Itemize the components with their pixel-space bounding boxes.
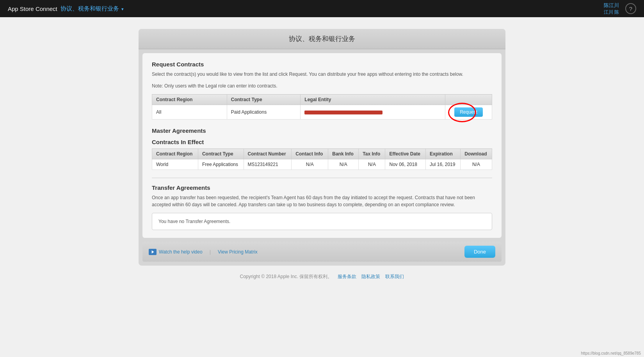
terms-link[interactable]: 服务条款 — [338, 274, 356, 279]
watch-video-link[interactable]: Watch the help video — [159, 249, 203, 255]
request-cell-wrap: Request — [454, 107, 483, 117]
transfer-agreements-desc: Once an app transfer has been requested,… — [152, 194, 492, 208]
request-contracts-desc2: Note: Only users with the Legal role can… — [152, 82, 492, 89]
privacy-link[interactable]: 隐私政策 — [361, 274, 380, 279]
help-button[interactable]: ? — [625, 3, 636, 14]
effect-header-effective: Effective Date — [385, 149, 426, 159]
page-footer: Copyright © 2018 Apple Inc. 保留所有权利。 服务条款… — [232, 266, 412, 288]
request-table-row: All Paid Applications Request — [152, 105, 492, 120]
transfer-empty-msg: You have no Transfer Agreements. — [158, 219, 230, 224]
top-navigation: App Store Connect 协议、税务和银行业务 ▾ 陈江川 江川 陈 … — [0, 0, 644, 17]
redacted-entity — [304, 111, 382, 114]
done-button[interactable]: Done — [464, 246, 495, 258]
transfer-agreements-section: Transfer Agreements Once an app transfer… — [152, 184, 492, 230]
effect-row-bank: N/A — [328, 159, 359, 170]
header-legal-entity: Legal Entity — [301, 95, 445, 105]
effect-header-expiration: Expiration — [426, 149, 461, 159]
footer-bar: Watch the help video | View Pricing Matr… — [142, 242, 502, 262]
effect-row-download: N/A — [461, 159, 492, 170]
effect-header-bank: Bank Info — [328, 149, 359, 159]
master-agreements-section: Master Agreements — [152, 127, 492, 134]
request-button[interactable]: Request — [454, 107, 483, 117]
effect-header-contact: Contact Info — [292, 149, 328, 159]
copyright-text: Copyright © 2018 Apple Inc. 保留所有权利。 — [240, 274, 333, 279]
nav-left: App Store Connect 协议、税务和银行业务 ▾ — [8, 5, 124, 12]
effect-row-type: Free Applications — [198, 159, 244, 170]
transfer-empty-box: You have no Transfer Agreements. — [152, 213, 492, 230]
video-icon — [149, 249, 157, 255]
main-panel: 协议、税务和银行业务 Request Contracts Select the … — [139, 29, 505, 266]
transfer-agreements-title: Transfer Agreements — [152, 184, 492, 191]
header-contract-region: Contract Region — [152, 95, 227, 105]
app-name: App Store Connect — [8, 5, 57, 12]
request-contracts-section: Request Contracts Select the contract(s)… — [152, 61, 492, 120]
footer-bar-left: Watch the help video | View Pricing Matr… — [149, 249, 258, 255]
request-contracts-title: Request Contracts — [152, 61, 492, 68]
contracts-in-effect-section: Contracts In Effect Contract Region Cont… — [152, 139, 492, 170]
effect-row-expiration: Jul 16, 2019 — [426, 159, 461, 170]
effect-header-download: Download — [461, 149, 492, 159]
request-contracts-desc1: Select the contract(s) you would like to… — [152, 71, 492, 78]
effect-table-row: World Free Applications MS123149221 N/A … — [152, 159, 492, 170]
panel-content: Request Contracts Select the contract(s)… — [142, 53, 502, 238]
effect-header-region: Contract Region — [152, 149, 198, 159]
contact-link[interactable]: 联系我们 — [385, 274, 404, 279]
header-contract-type: Contract Type — [227, 95, 301, 105]
page-wrapper: 协议、税务和银行业务 Request Contracts Select the … — [0, 17, 644, 296]
effect-row-tax: N/A — [359, 159, 385, 170]
panel-title: 协议、税务和银行业务 — [139, 29, 505, 49]
url-hint: https://blog.csdn.net/qq_8589e785 — [581, 351, 641, 355]
req-row-action: Request — [445, 105, 492, 120]
contracts-in-effect-title: Contracts In Effect — [152, 139, 492, 145]
request-table-header-row: Contract Region Contract Type Legal Enti… — [152, 95, 492, 105]
req-row-region: All — [152, 105, 227, 120]
request-contracts-table: Contract Region Contract Type Legal Enti… — [152, 94, 492, 120]
req-row-type: Paid Applications — [227, 105, 301, 120]
nav-right: 陈江川 江川 陈 ? — [604, 2, 636, 16]
effect-row-number: MS123149221 — [244, 159, 292, 170]
effect-row-contact: N/A — [292, 159, 328, 170]
contracts-in-effect-table: Contract Region Contract Type Contract N… — [152, 148, 492, 170]
separator — [152, 178, 492, 178]
nav-menu[interactable]: 协议、税务和银行业务 ▾ — [60, 5, 124, 12]
header-action — [445, 95, 492, 105]
view-pricing-link[interactable]: View Pricing Matrix — [218, 249, 258, 255]
master-agreements-title: Master Agreements — [152, 127, 492, 134]
effect-row-region: World — [152, 159, 198, 170]
req-row-entity — [301, 105, 445, 120]
effect-header-type: Contract Type — [198, 149, 244, 159]
effect-row-effective-date: Nov 06, 2018 — [385, 159, 426, 170]
chevron-down-icon: ▾ — [121, 7, 124, 11]
user-name: 陈江川 江川 陈 — [604, 2, 619, 16]
effect-header-number: Contract Number — [244, 149, 292, 159]
footer-divider: | — [210, 249, 211, 255]
effect-table-header-row: Contract Region Contract Type Contract N… — [152, 149, 492, 159]
effect-header-tax: Tax Info — [359, 149, 385, 159]
